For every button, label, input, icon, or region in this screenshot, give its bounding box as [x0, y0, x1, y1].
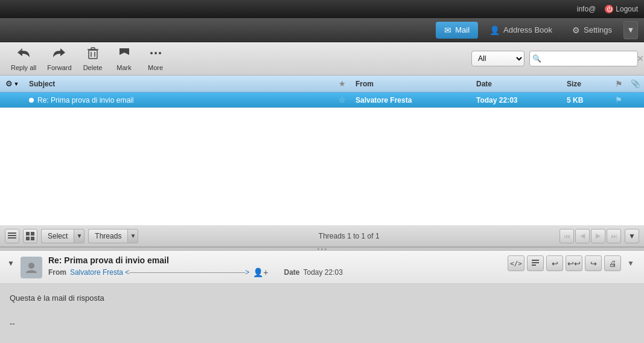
preview-code-button[interactable]: </>: [508, 255, 524, 271]
column-date-header[interactable]: Date: [471, 80, 562, 88]
delete-icon: [87, 46, 99, 63]
column-gear[interactable]: ⚙ ▼: [0, 79, 24, 88]
splitter-dot: [321, 248, 323, 250]
svg-point-6: [155, 52, 157, 54]
forward-label: Forward: [47, 64, 71, 71]
delete-label: Delete: [83, 64, 103, 71]
search-box: 🔍 ✕: [529, 51, 638, 66]
add-contact-button[interactable]: 👤+: [253, 268, 268, 277]
reply-all-button[interactable]: Reply all: [6, 44, 41, 74]
svg-rect-10: [8, 237, 16, 239]
preview-headers-button[interactable]: [527, 255, 544, 271]
svg-rect-16: [532, 260, 539, 261]
grid-view-button[interactable]: [23, 229, 37, 243]
reply-all-preview-icon: ↩↩: [567, 259, 581, 268]
list-view-button[interactable]: [5, 229, 19, 243]
expand-button[interactable]: ▼: [625, 229, 639, 243]
svg-rect-13: [26, 237, 30, 240]
more-label: More: [148, 64, 163, 71]
nav-settings[interactable]: ⚙ Settings: [564, 22, 620, 39]
logout-button[interactable]: ⏻ Logout: [605, 5, 638, 13]
gear-col-icon: ⚙: [5, 79, 13, 88]
svg-rect-18: [532, 264, 536, 266]
date-label: Date: [284, 268, 299, 277]
search-input[interactable]: [544, 54, 634, 63]
search-icon[interactable]: 🔍: [532, 54, 541, 63]
splitter-dot: [317, 248, 319, 250]
prev-page-button[interactable]: ◀: [575, 229, 590, 243]
row-flag[interactable]: ⚑: [610, 95, 627, 104]
forward-preview-icon: ↪: [590, 259, 597, 268]
column-size-header[interactable]: Size: [562, 80, 610, 88]
toolbar-right: All Unread Flagged Answered 🔍 ✕: [471, 51, 638, 66]
code-icon: </>: [510, 260, 522, 268]
mark-label: Mark: [116, 64, 131, 71]
nav-mail[interactable]: ✉ Mail: [436, 22, 478, 39]
row-subject-text: Re: Prima prova di invio email: [37, 96, 133, 104]
mail-icon: ✉: [444, 25, 451, 35]
select-arrow-button[interactable]: ▼: [74, 229, 84, 243]
gear-icon: ⚙: [572, 25, 580, 35]
gear-col-arrow: ▼: [14, 81, 19, 87]
preview-body-line1: Questa è la mail di risposta: [10, 292, 634, 305]
pagination-controls: ⏮ ◀ ▶ ⏭: [560, 229, 621, 243]
more-button[interactable]: More: [141, 44, 171, 74]
mark-button[interactable]: Mark: [109, 44, 139, 74]
nav-more-button[interactable]: ▼: [623, 21, 638, 39]
row-date: Today 22:03: [471, 96, 562, 104]
table-row[interactable]: Re: Prima prova di invio email ☆ Salvato…: [0, 92, 644, 108]
filter-select[interactable]: All Unread Flagged Answered: [471, 51, 524, 66]
next-page-button[interactable]: ▶: [591, 229, 605, 243]
first-page-button[interactable]: ⏮: [560, 229, 574, 243]
table-header: ⚙ ▼ Subject ★ From Date Size ⚑ 📎: [0, 75, 644, 92]
reply-button[interactable]: ↩: [546, 255, 563, 271]
preview-actions: </> ↩ ↩↩: [508, 255, 638, 271]
column-subject-header[interactable]: Subject: [24, 80, 334, 88]
column-flag-header: ⚑: [610, 79, 627, 89]
reply-icon: ↩: [552, 259, 558, 268]
user-email: info@: [577, 5, 596, 13]
threads-arrow-button[interactable]: ▼: [127, 229, 138, 243]
threads-dropdown: Threads ▼: [88, 229, 138, 243]
power-icon: ⏻: [605, 5, 613, 13]
from-name: Salvatore Fresta <: [70, 268, 129, 277]
row-star-icon: ☆: [339, 95, 346, 104]
bottom-bar: Select ▼ Threads ▼ Threads 1 to 1 of 1 ⏮…: [0, 225, 644, 247]
search-clear-button[interactable]: ✕: [637, 54, 644, 63]
nav-settings-label: Settings: [584, 25, 612, 34]
threads-button[interactable]: Threads: [88, 229, 127, 243]
headers-icon: [531, 258, 540, 269]
reply-all-icon: [16, 46, 31, 63]
toolbar: Reply all Forward Delete Mark: [0, 42, 644, 75]
forward-preview-button[interactable]: ↪: [585, 255, 602, 271]
pagination-info: Threads 1 to 1 of 1: [142, 232, 556, 240]
nav-address-book-label: Address Book: [503, 25, 552, 34]
nav-address-book[interactable]: 👤 Address Book: [481, 22, 561, 39]
splitter-handle: [317, 248, 327, 250]
preview-pane: ▼ Re: Prima prova di invio email From Sa…: [0, 251, 644, 343]
more-icon: [148, 46, 163, 63]
row-size: 5 KB: [562, 96, 610, 104]
row-flag-icon: ⚑: [615, 95, 622, 104]
forward-button[interactable]: Forward: [42, 44, 76, 74]
row-star[interactable]: ☆: [334, 95, 351, 104]
unread-indicator: [29, 98, 34, 103]
svg-rect-0: [89, 50, 97, 59]
collapse-arrow-button[interactable]: ▼: [7, 259, 14, 268]
preview-header: ▼ Re: Prima prova di invio email From Sa…: [0, 251, 644, 284]
nav-mail-label: Mail: [455, 25, 470, 34]
svg-rect-9: [8, 235, 16, 236]
column-star-header: ★: [334, 79, 351, 88]
column-from-header[interactable]: From: [351, 80, 471, 88]
svg-point-5: [150, 52, 153, 54]
reply-all-preview-button[interactable]: ↩↩: [566, 255, 582, 271]
row-subject[interactable]: Re: Prima prova di invio email: [24, 96, 334, 104]
select-button[interactable]: Select: [41, 229, 74, 243]
preview-expand-button[interactable]: ▼: [623, 255, 638, 271]
print-button[interactable]: 🖨: [604, 255, 621, 271]
svg-rect-12: [31, 232, 34, 236]
delete-button[interactable]: Delete: [78, 44, 108, 74]
top-bar: info@ ⏻ Logout: [0, 0, 644, 18]
star-icon: ★: [339, 79, 346, 88]
last-page-button[interactable]: ⏭: [607, 229, 621, 243]
